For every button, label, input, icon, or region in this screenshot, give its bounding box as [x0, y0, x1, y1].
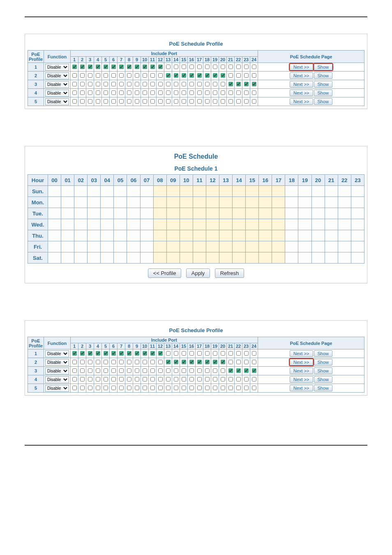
- function-select[interactable]: Disable: [45, 385, 69, 392]
- port-checkbox[interactable]: [80, 73, 85, 78]
- port-checkbox[interactable]: [127, 99, 131, 104]
- port-checkbox[interactable]: [228, 351, 233, 356]
- port-checkbox[interactable]: [252, 377, 256, 382]
- port-checkbox[interactable]: [166, 90, 171, 95]
- show-button[interactable]: Show: [314, 368, 333, 374]
- schedule-cell[interactable]: [272, 208, 285, 219]
- port-checkbox[interactable]: [182, 99, 186, 104]
- port-checkbox[interactable]: [72, 82, 77, 86]
- port-checkbox[interactable]: [119, 386, 124, 390]
- port-checkbox[interactable]: [174, 82, 178, 86]
- schedule-cell[interactable]: [351, 208, 364, 219]
- schedule-cell[interactable]: [285, 252, 298, 264]
- port-checkbox[interactable]: [205, 82, 210, 86]
- port-checkbox[interactable]: [158, 90, 163, 95]
- port-checkbox[interactable]: [96, 99, 100, 104]
- port-checkbox[interactable]: [166, 65, 171, 69]
- schedule-cell[interactable]: [351, 252, 364, 264]
- port-checkbox[interactable]: [221, 73, 225, 78]
- show-button[interactable]: Show: [314, 64, 333, 70]
- port-checkbox[interactable]: [189, 90, 194, 95]
- schedule-cell[interactable]: [259, 186, 272, 197]
- schedule-cell[interactable]: [206, 197, 219, 208]
- port-checkbox[interactable]: [111, 65, 116, 69]
- schedule-cell[interactable]: [101, 230, 114, 241]
- schedule-cell[interactable]: [140, 241, 153, 252]
- schedule-cell[interactable]: [88, 219, 101, 230]
- schedule-cell[interactable]: [114, 241, 127, 252]
- port-checkbox[interactable]: [166, 351, 171, 356]
- schedule-cell[interactable]: [298, 241, 311, 252]
- port-checkbox[interactable]: [221, 351, 225, 356]
- port-checkbox[interactable]: [135, 82, 139, 86]
- port-checkbox[interactable]: [80, 377, 85, 382]
- schedule-cell[interactable]: [285, 208, 298, 219]
- port-checkbox[interactable]: [236, 351, 241, 356]
- schedule-cell[interactable]: [259, 219, 272, 230]
- port-checkbox[interactable]: [104, 73, 108, 78]
- port-checkbox[interactable]: [213, 82, 217, 86]
- port-checkbox[interactable]: [72, 377, 77, 382]
- port-checkbox[interactable]: [221, 65, 225, 69]
- port-checkbox[interactable]: [143, 90, 147, 95]
- schedule-cell[interactable]: [127, 252, 140, 264]
- schedule-cell[interactable]: [114, 230, 127, 241]
- port-checkbox[interactable]: [135, 65, 139, 69]
- port-checkbox[interactable]: [80, 65, 85, 69]
- schedule-cell[interactable]: [127, 186, 140, 197]
- port-checkbox[interactable]: [213, 360, 217, 364]
- port-checkbox[interactable]: [221, 377, 225, 382]
- port-checkbox[interactable]: [252, 386, 256, 390]
- port-checkbox[interactable]: [127, 73, 131, 78]
- function-select[interactable]: Disable: [45, 368, 69, 375]
- schedule-cell[interactable]: [298, 186, 311, 197]
- schedule-cell[interactable]: [88, 186, 101, 197]
- schedule-cell[interactable]: [61, 197, 74, 208]
- port-checkbox[interactable]: [104, 82, 108, 86]
- port-checkbox[interactable]: [236, 386, 241, 390]
- schedule-cell[interactable]: [206, 241, 219, 252]
- apply-button[interactable]: Apply: [186, 268, 210, 278]
- schedule-cell[interactable]: [48, 208, 61, 219]
- port-checkbox[interactable]: [158, 73, 163, 78]
- schedule-cell[interactable]: [298, 197, 311, 208]
- port-checkbox[interactable]: [182, 82, 186, 86]
- port-checkbox[interactable]: [182, 360, 186, 364]
- schedule-cell[interactable]: [219, 197, 233, 208]
- port-checkbox[interactable]: [72, 360, 77, 364]
- port-checkbox[interactable]: [150, 65, 155, 69]
- port-checkbox[interactable]: [228, 386, 233, 390]
- port-checkbox[interactable]: [213, 90, 217, 95]
- port-checkbox[interactable]: [72, 386, 77, 390]
- schedule-cell[interactable]: [140, 219, 153, 230]
- port-checkbox[interactable]: [244, 99, 249, 104]
- port-checkbox[interactable]: [189, 377, 194, 382]
- port-checkbox[interactable]: [174, 368, 178, 373]
- port-checkbox[interactable]: [205, 90, 210, 95]
- port-checkbox[interactable]: [189, 99, 194, 104]
- port-checkbox[interactable]: [143, 386, 147, 390]
- port-checkbox[interactable]: [228, 82, 233, 86]
- schedule-cell[interactable]: [246, 252, 259, 264]
- next-button[interactable]: Next >>: [290, 98, 313, 105]
- show-button[interactable]: Show: [314, 376, 333, 383]
- port-checkbox[interactable]: [236, 73, 241, 78]
- port-checkbox[interactable]: [104, 386, 108, 390]
- port-checkbox[interactable]: [182, 368, 186, 373]
- schedule-cell[interactable]: [61, 230, 74, 241]
- port-checkbox[interactable]: [143, 99, 147, 104]
- port-checkbox[interactable]: [119, 368, 124, 373]
- port-checkbox[interactable]: [88, 368, 92, 373]
- schedule-cell[interactable]: [233, 241, 246, 252]
- port-checkbox[interactable]: [221, 90, 225, 95]
- port-checkbox[interactable]: [111, 82, 116, 86]
- port-checkbox[interactable]: [150, 377, 155, 382]
- port-checkbox[interactable]: [72, 351, 77, 356]
- port-checkbox[interactable]: [80, 386, 85, 390]
- schedule-cell[interactable]: [338, 208, 351, 219]
- port-checkbox[interactable]: [80, 99, 85, 104]
- port-checkbox[interactable]: [119, 82, 124, 86]
- port-checkbox[interactable]: [72, 65, 77, 69]
- schedule-cell[interactable]: [48, 230, 61, 241]
- port-checkbox[interactable]: [111, 386, 116, 390]
